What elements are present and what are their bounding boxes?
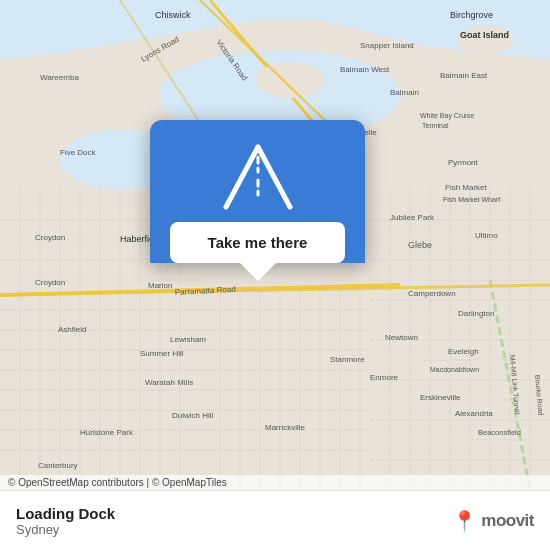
location-info: Loading Dock Sydney — [16, 505, 115, 537]
svg-text:Fish Market Wharf: Fish Market Wharf — [443, 196, 500, 203]
svg-text:Alexandria: Alexandria — [455, 409, 493, 418]
svg-text:Enmore: Enmore — [370, 373, 399, 382]
svg-text:Dulwich Hill: Dulwich Hill — [172, 411, 214, 420]
location-name: Loading Dock — [16, 505, 115, 522]
nav-card-body: Take me there — [150, 120, 365, 263]
location-city: Sydney — [16, 522, 115, 537]
svg-text:Eveleigh: Eveleigh — [448, 347, 479, 356]
svg-text:Marrickville: Marrickville — [265, 423, 306, 432]
svg-text:Canterbury: Canterbury — [38, 461, 78, 470]
svg-text:Summer Hill: Summer Hill — [140, 349, 184, 358]
svg-text:Ashfield: Ashfield — [58, 325, 86, 334]
svg-text:Hurlstone Park: Hurlstone Park — [80, 428, 134, 437]
svg-text:Fish Market: Fish Market — [445, 183, 488, 192]
svg-text:Stanmore: Stanmore — [330, 355, 365, 364]
svg-text:Marion: Marion — [148, 281, 172, 290]
card-pointer — [240, 263, 276, 281]
svg-text:Pyrmont: Pyrmont — [448, 158, 479, 167]
road-icon — [218, 142, 298, 212]
attribution-text: © OpenStreetMap contributors | © OpenMap… — [8, 477, 227, 488]
svg-text:Waratah Mills: Waratah Mills — [145, 378, 193, 387]
svg-text:Beaconsfield: Beaconsfield — [478, 428, 521, 437]
moovit-brand-name: moovit — [481, 511, 534, 531]
svg-text:Jubilee Park: Jubilee Park — [390, 213, 435, 222]
svg-text:Birchgrove: Birchgrove — [450, 10, 493, 20]
svg-text:Newtown: Newtown — [385, 333, 418, 342]
svg-line-119 — [258, 147, 290, 207]
moovit-logo[interactable]: 📍 moovit — [452, 509, 534, 533]
svg-text:Macdonaldtown: Macdonaldtown — [430, 366, 479, 373]
bottom-bar: Loading Dock Sydney 📍 moovit — [0, 490, 550, 550]
svg-line-118 — [226, 147, 258, 207]
svg-text:Croydon: Croydon — [35, 278, 65, 287]
navigation-card: Take me there — [150, 120, 365, 281]
svg-text:Terminal: Terminal — [422, 122, 449, 129]
svg-text:Darlington: Darlington — [458, 309, 494, 318]
svg-text:Balmain East: Balmain East — [440, 71, 488, 80]
svg-text:Five Dock: Five Dock — [60, 148, 97, 157]
take-me-there-button[interactable]: Take me there — [170, 222, 345, 263]
svg-text:Croydon: Croydon — [35, 233, 65, 242]
svg-text:Ultimo: Ultimo — [475, 231, 498, 240]
svg-text:Goat Island: Goat Island — [460, 30, 509, 40]
map-attribution: © OpenStreetMap contributors | © OpenMap… — [0, 475, 550, 490]
svg-text:Camperdown: Camperdown — [408, 289, 456, 298]
svg-point-69 — [255, 62, 325, 98]
svg-text:Glebe: Glebe — [408, 240, 432, 250]
svg-text:Lewisham: Lewisham — [170, 335, 206, 344]
svg-text:White Bay Cruise: White Bay Cruise — [420, 112, 474, 120]
svg-text:Balmain: Balmain — [390, 88, 419, 97]
moovit-pin-icon: 📍 — [452, 509, 477, 533]
svg-text:Erskineville: Erskineville — [420, 393, 461, 402]
svg-text:Chiswick: Chiswick — [155, 10, 191, 20]
svg-text:Snapper Island: Snapper Island — [360, 41, 414, 50]
svg-text:Wareemba: Wareemba — [40, 73, 79, 82]
svg-text:Balmain West: Balmain West — [340, 65, 390, 74]
